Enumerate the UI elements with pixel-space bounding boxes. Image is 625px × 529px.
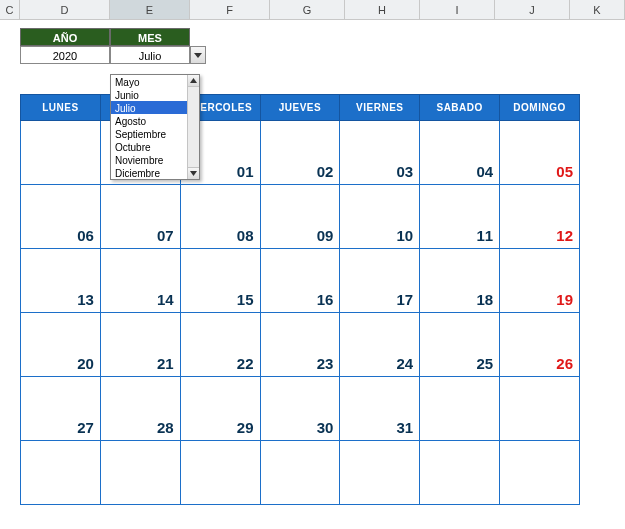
calendar-day-cell[interactable] <box>420 377 500 441</box>
calendar-day-cell[interactable] <box>420 441 500 505</box>
dropdown-option[interactable]: Julio <box>111 101 199 114</box>
calendar-day-cell[interactable]: 07 <box>100 185 180 249</box>
calendar-day-cell[interactable]: 31 <box>340 377 420 441</box>
calendar-day-cell[interactable]: 24 <box>340 313 420 377</box>
month-dropdown-list[interactable]: MayoJunioJulioAgostoSeptiembreOctubreNov… <box>110 74 200 180</box>
calendar-day-cell[interactable]: 29 <box>180 377 260 441</box>
calendar-day-cell[interactable]: 27 <box>21 377 101 441</box>
calendar-day-cell[interactable]: 26 <box>500 313 580 377</box>
calendar-grid: LUNES MARTES MIERCOLES JUEVES VIERNES SA… <box>20 94 580 505</box>
calendar-week-row <box>21 441 580 505</box>
calendar-day-cell[interactable]: 09 <box>260 185 340 249</box>
calendar-day-cell[interactable]: 03 <box>340 121 420 185</box>
calendar-day-cell[interactable]: 30 <box>260 377 340 441</box>
column-header[interactable]: C <box>0 0 20 19</box>
calendar-day-cell[interactable]: 21 <box>100 313 180 377</box>
dropdown-option[interactable]: Octubre <box>111 140 199 153</box>
column-header[interactable]: J <box>495 0 570 19</box>
month-value-cell[interactable]: Julio <box>110 46 190 64</box>
calendar-day-cell[interactable]: 05 <box>500 121 580 185</box>
column-header-row: C D E F G H I J K <box>0 0 625 20</box>
calendar-day-cell[interactable]: 18 <box>420 249 500 313</box>
dropdown-option[interactable]: Mayo <box>111 75 199 88</box>
year-value-cell[interactable]: 2020 <box>20 46 110 64</box>
month-dropdown-button[interactable] <box>190 46 206 64</box>
calendar-day-cell[interactable]: 17 <box>340 249 420 313</box>
column-header[interactable]: D <box>20 0 110 19</box>
scroll-down-button[interactable] <box>188 167 199 179</box>
day-header-viernes: VIERNES <box>340 95 420 121</box>
calendar-day-cell[interactable]: 08 <box>180 185 260 249</box>
chevron-down-icon <box>190 171 197 176</box>
calendar-day-cell[interactable]: 28 <box>100 377 180 441</box>
calendar-day-cell[interactable]: 06 <box>21 185 101 249</box>
calendar-day-cell[interactable]: 23 <box>260 313 340 377</box>
dropdown-option[interactable]: Diciembre <box>111 166 199 179</box>
calendar-day-cell[interactable]: 12 <box>500 185 580 249</box>
calendar-day-cell[interactable]: 22 <box>180 313 260 377</box>
calendar-day-cell[interactable]: 15 <box>180 249 260 313</box>
calendar-day-cell[interactable]: 13 <box>21 249 101 313</box>
worksheet-area: AÑO 2020 MES Julio MayoJunioJulioAgostoS… <box>0 28 625 505</box>
day-header-domingo: DOMINGO <box>500 95 580 121</box>
calendar-day-cell[interactable] <box>500 441 580 505</box>
calendar-day-cell[interactable] <box>340 441 420 505</box>
calendar-week-row: 06070809101112 <box>21 185 580 249</box>
month-label: MES <box>110 28 190 46</box>
dropdown-option[interactable]: Agosto <box>111 114 199 127</box>
calendar-day-cell[interactable]: 19 <box>500 249 580 313</box>
calendar-header-row: LUNES MARTES MIERCOLES JUEVES VIERNES SA… <box>21 95 580 121</box>
calendar-day-cell[interactable]: 25 <box>420 313 500 377</box>
calendar-day-cell[interactable] <box>500 377 580 441</box>
scroll-up-button[interactable] <box>188 75 199 87</box>
calendar-day-cell[interactable]: 10 <box>340 185 420 249</box>
calendar-week-row: 2728293031 <box>21 377 580 441</box>
day-header-jueves: JUEVES <box>260 95 340 121</box>
calendar-week-row: 20212223242526 <box>21 313 580 377</box>
calendar-day-cell[interactable]: 04 <box>420 121 500 185</box>
calendar-day-cell[interactable]: 20 <box>21 313 101 377</box>
day-header-lunes: LUNES <box>21 95 101 121</box>
year-month-bar: AÑO 2020 MES Julio <box>20 28 625 64</box>
column-header[interactable]: I <box>420 0 495 19</box>
column-header-selected[interactable]: E <box>110 0 190 19</box>
calendar-week-row: 0102030405 <box>21 121 580 185</box>
calendar-day-cell[interactable] <box>260 441 340 505</box>
column-header[interactable]: G <box>270 0 345 19</box>
chevron-up-icon <box>190 78 197 83</box>
calendar-day-cell[interactable] <box>21 121 101 185</box>
column-header[interactable]: K <box>570 0 625 19</box>
calendar-day-cell[interactable]: 02 <box>260 121 340 185</box>
calendar-day-cell[interactable] <box>100 441 180 505</box>
dropdown-option[interactable]: Noviembre <box>111 153 199 166</box>
calendar-day-cell[interactable] <box>21 441 101 505</box>
calendar-week-row: 13141516171819 <box>21 249 580 313</box>
column-header[interactable]: F <box>190 0 270 19</box>
calendar-day-cell[interactable]: 16 <box>260 249 340 313</box>
calendar-day-cell[interactable]: 14 <box>100 249 180 313</box>
year-label: AÑO <box>20 28 110 46</box>
dropdown-scrollbar[interactable] <box>187 75 199 179</box>
chevron-down-icon <box>194 53 202 58</box>
column-header[interactable]: H <box>345 0 420 19</box>
calendar-day-cell[interactable] <box>180 441 260 505</box>
day-header-sabado: SABADO <box>420 95 500 121</box>
calendar-day-cell[interactable]: 11 <box>420 185 500 249</box>
dropdown-option[interactable]: Septiembre <box>111 127 199 140</box>
dropdown-option[interactable]: Junio <box>111 88 199 101</box>
